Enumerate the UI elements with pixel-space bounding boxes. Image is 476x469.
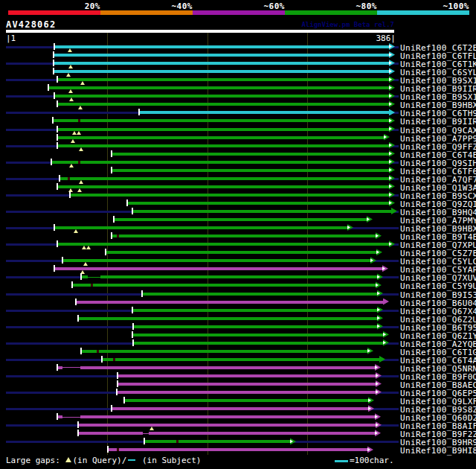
alignment-bar[interactable]	[118, 374, 376, 377]
alignment-bar[interactable]	[54, 45, 389, 48]
alignment-bar[interactable]	[62, 259, 370, 262]
alignment-start-tick	[48, 84, 49, 91]
alignment-bar[interactable]	[78, 432, 375, 435]
alignment-bar[interactable]	[54, 70, 389, 73]
alignment-bar[interactable]	[144, 440, 290, 443]
arrow-end-icon	[389, 142, 395, 149]
alignment-row: UniRef100_B8AEC9	[0, 380, 476, 388]
alignment-bar[interactable]	[132, 334, 383, 336]
alignment-bar[interactable]	[54, 267, 382, 270]
alignment-bar[interactable]	[57, 366, 375, 369]
alignment-bar[interactable]	[54, 62, 389, 65]
alignment-bar[interactable]	[57, 128, 389, 131]
alignment-bar[interactable]	[112, 234, 376, 237]
alignment-bar[interactable]	[133, 342, 383, 345]
alignment-bar[interactable]	[70, 194, 389, 197]
alignment-bar[interactable]	[57, 185, 389, 188]
arrow-end-icon	[389, 92, 395, 99]
alignment-start-tick	[105, 249, 106, 255]
alignment-start-tick	[132, 339, 134, 346]
alignment-bar[interactable]	[60, 177, 389, 180]
alignment-bar[interactable]	[132, 210, 391, 213]
arrow-end-icon	[389, 84, 395, 91]
alignment-start-tick	[80, 273, 82, 280]
arrow-end-icon	[376, 281, 382, 288]
alignment-bar[interactable]	[133, 325, 377, 328]
alignment-start-tick	[107, 446, 109, 453]
low-identity-notch	[113, 358, 115, 361]
alignment-bar[interactable]	[142, 293, 377, 296]
subject-label[interactable]: UniRef100_B9HI87	[400, 446, 476, 456]
alignment-start-tick	[111, 167, 112, 173]
alignment-bar[interactable]	[81, 275, 377, 278]
alignment-bar[interactable]	[112, 169, 389, 172]
alignment-start-tick	[117, 372, 118, 379]
alignment-bar[interactable]	[54, 95, 389, 98]
alignment-bar[interactable]	[108, 448, 367, 451]
alignment-bar[interactable]	[127, 202, 389, 205]
alignment-bar[interactable]	[51, 161, 389, 164]
alignment-start-tick	[52, 117, 54, 124]
alignment-start-tick	[53, 60, 54, 66]
alignment-row: UniRef100_C6T2E7	[0, 42, 476, 51]
arrow-inner	[389, 77, 392, 81]
subject-gap-line	[62, 417, 80, 418]
arrow-end-icon	[382, 265, 388, 272]
alignment-row: UniRef100_B9HBX2	[0, 100, 476, 108]
arrow-end-icon	[389, 100, 395, 107]
alignment-row: UniRef100_C6T1K6	[0, 59, 476, 67]
arrow-inner	[376, 234, 379, 237]
alignment-bar[interactable]	[57, 144, 389, 147]
scale-length-label: =100char.	[350, 456, 394, 465]
alignment-bar[interactable]	[78, 317, 377, 320]
arrow-inner	[375, 415, 378, 418]
arrow-end-icon	[377, 273, 383, 280]
arrow-end-icon	[370, 257, 376, 264]
alignment-start-tick	[123, 397, 125, 403]
alignment-bar[interactable]	[102, 358, 379, 361]
alignment-bar[interactable]	[112, 407, 368, 410]
alignment-bar[interactable]	[76, 301, 383, 304]
subject-gap-line	[143, 433, 149, 434]
arrow-inner	[376, 374, 379, 377]
low-identity-notch	[97, 350, 99, 353]
arrow-inner	[389, 193, 392, 197]
alignment-bar[interactable]	[54, 54, 389, 57]
alignment-bar[interactable]	[124, 399, 368, 402]
arrow-end-icon	[367, 446, 373, 453]
alignment-bar[interactable]	[106, 251, 376, 254]
alignment-start-tick	[53, 68, 54, 74]
arrow-inner	[370, 258, 373, 262]
alignment-start-tick	[126, 200, 128, 206]
alignment-bar[interactable]	[132, 309, 377, 312]
alignment-bar[interactable]	[48, 86, 389, 89]
alignment-bar[interactable]	[139, 111, 389, 114]
alignment-start-tick	[57, 183, 58, 190]
arrow-inner	[377, 275, 380, 278]
alignment-bar[interactable]	[117, 391, 376, 394]
scale-label: ~40%	[126, 1, 193, 10]
alignment-bar[interactable]	[81, 350, 367, 353]
alignment-bar[interactable]	[53, 119, 389, 122]
alignview-screen: 20%~40%~60%~80%~100% AV428062 AlignView.…	[0, 0, 476, 469]
alignment-bar[interactable]	[114, 218, 367, 221]
alignment-bar[interactable]	[57, 136, 384, 139]
alignment-row: UniRef100_A2YQB8	[0, 339, 476, 347]
alignment-bar[interactable]	[72, 284, 376, 287]
alignment-bar[interactable]	[57, 78, 389, 81]
arrow-end-icon	[376, 421, 382, 428]
arrow-end-icon	[389, 109, 395, 115]
alignment-bar[interactable]	[54, 226, 347, 229]
alignment-bar[interactable]	[57, 243, 389, 246]
alignment-bar[interactable]	[57, 103, 389, 106]
alignment-bar[interactable]	[112, 153, 389, 156]
arrow-inner	[368, 398, 371, 402]
arrow-end-icon	[389, 159, 395, 165]
arrow-inner	[389, 168, 392, 172]
alignment-start-tick	[62, 257, 63, 264]
low-identity-notch	[68, 177, 70, 180]
alignment-bar[interactable]	[57, 415, 375, 418]
subject-gap-line	[88, 277, 100, 278]
alignment-bar[interactable]	[118, 383, 376, 386]
alignment-bar[interactable]	[78, 424, 376, 427]
